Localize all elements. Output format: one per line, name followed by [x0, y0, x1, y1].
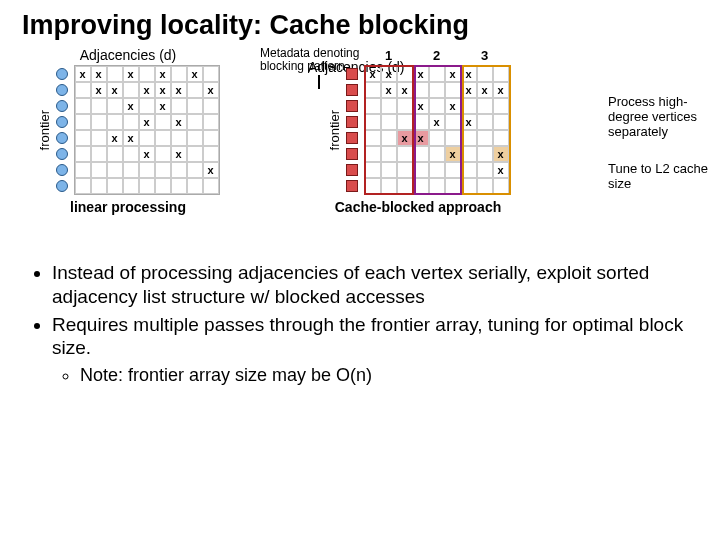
left-adj-grid: xxxxxxxxxxxxxxxxxxxx: [74, 65, 220, 195]
grid-cell: [461, 178, 477, 194]
grid-cell: [91, 162, 107, 178]
grid-cell: x: [445, 66, 461, 82]
grid-cell: [381, 146, 397, 162]
grid-cell: [397, 162, 413, 178]
grid-cell: [477, 162, 493, 178]
grid-cell: [445, 114, 461, 130]
grid-cell: x: [413, 98, 429, 114]
frontier-dot: [346, 68, 358, 80]
bullet-list: Instead of processing adjacencies of eac…: [0, 257, 720, 387]
grid-cell: [413, 114, 429, 130]
grid-cell: [171, 178, 187, 194]
grid-cell: [477, 114, 493, 130]
block-number-row: 1 2 3: [365, 48, 509, 63]
grid-cell: [397, 98, 413, 114]
grid-cell: [493, 98, 509, 114]
grid-cell: x: [381, 66, 397, 82]
grid-cell: [461, 98, 477, 114]
grid-cell: x: [171, 114, 187, 130]
grid-cell: x: [203, 162, 219, 178]
grid-cell: x: [445, 98, 461, 114]
grid-cell: x: [493, 162, 509, 178]
right-grid-wrap: frontier 1 2 3 xxxxxxxxxxxxxxxxxxx: [327, 65, 510, 195]
grid-cell: x: [91, 82, 107, 98]
grid-cell: [429, 162, 445, 178]
grid-cell: [477, 146, 493, 162]
grid-cell: [477, 66, 493, 82]
grid-cell: [203, 98, 219, 114]
left-grid-wrap: frontier xxxxxxxxxxxxxxxxxxxx: [37, 65, 220, 195]
right-frontier-label: frontier: [327, 110, 342, 150]
grid-cell: [91, 114, 107, 130]
grid-cell: [75, 130, 91, 146]
grid-cell: [139, 130, 155, 146]
grid-cell: [123, 82, 139, 98]
left-frontier-label: frontier: [37, 110, 52, 150]
grid-cell: x: [171, 146, 187, 162]
grid-cell: x: [139, 82, 155, 98]
grid-cell: x: [397, 130, 413, 146]
bullet-1: Instead of processing adjacencies of eac…: [52, 261, 704, 309]
grid-cell: [91, 178, 107, 194]
frontier-dot: [56, 116, 68, 128]
grid-cell: [139, 98, 155, 114]
grid-cell: x: [123, 98, 139, 114]
grid-cell: [461, 130, 477, 146]
grid-cell: [203, 114, 219, 130]
grid-cell: [187, 98, 203, 114]
grid-cell: [429, 82, 445, 98]
grid-cell: [155, 178, 171, 194]
block-num-3: 3: [461, 48, 509, 63]
grid-cell: [155, 162, 171, 178]
grid-cell: [187, 178, 203, 194]
grid-cell: x: [155, 98, 171, 114]
grid-cell: [413, 162, 429, 178]
grid-cell: x: [477, 82, 493, 98]
grid-cell: [187, 162, 203, 178]
grid-cell: [107, 162, 123, 178]
frontier-dot: [56, 100, 68, 112]
grid-cell: [155, 130, 171, 146]
grid-cell: x: [365, 66, 381, 82]
frontier-dot: [56, 132, 68, 144]
grid-cell: [139, 162, 155, 178]
block-num-1: 1: [365, 48, 413, 63]
left-frontier-column: [56, 66, 68, 194]
bullet-2a: Note: frontier array size may be O(n): [80, 364, 704, 387]
grid-cell: [477, 130, 493, 146]
grid-cell: [123, 178, 139, 194]
grid-cell: [445, 178, 461, 194]
grid-cell: [381, 130, 397, 146]
grid-cell: x: [461, 66, 477, 82]
grid-cell: x: [139, 146, 155, 162]
grid-cell: [493, 130, 509, 146]
right-caption: Cache-blocked approach: [335, 199, 502, 215]
frontier-dot: [346, 148, 358, 160]
grid-cell: [365, 162, 381, 178]
grid-cell: [187, 82, 203, 98]
grid-cell: [365, 82, 381, 98]
grid-cell: [397, 114, 413, 130]
grid-cell: [91, 130, 107, 146]
grid-cell: [75, 146, 91, 162]
grid-cell: [381, 98, 397, 114]
left-panel: Adjacencies (d) frontier xxxxxxxxxxxxxxx…: [8, 47, 248, 215]
grid-cell: [123, 114, 139, 130]
grid-cell: [493, 66, 509, 82]
grid-cell: [171, 98, 187, 114]
grid-cell: [91, 146, 107, 162]
grid-cell: [123, 146, 139, 162]
grid-cell: [171, 66, 187, 82]
slide-title: Improving locality: Cache blocking: [0, 0, 720, 47]
grid-cell: [107, 146, 123, 162]
grid-cell: [429, 146, 445, 162]
grid-cell: [171, 162, 187, 178]
grid-cell: [107, 178, 123, 194]
grid-cell: x: [381, 82, 397, 98]
grid-cell: [461, 146, 477, 162]
right-frontier-column: [346, 66, 358, 194]
grid-cell: [75, 98, 91, 114]
grid-cell: [187, 114, 203, 130]
grid-cell: [365, 114, 381, 130]
grid-cell: [155, 114, 171, 130]
